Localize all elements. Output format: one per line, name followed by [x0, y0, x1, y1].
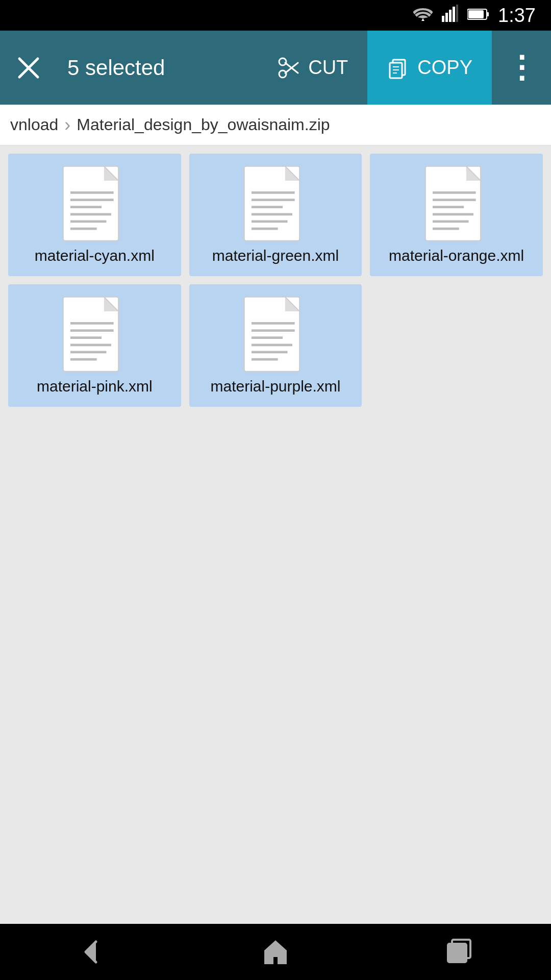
home-button[interactable] — [240, 928, 311, 975]
file-item[interactable]: material-green.xml — [189, 154, 362, 276]
file-item[interactable]: material-pink.xml — [8, 284, 181, 407]
breadcrumb-parent[interactable]: vnload — [10, 115, 58, 134]
file-name: material-orange.xml — [389, 246, 524, 265]
svg-rect-0 — [442, 16, 444, 22]
svg-rect-2 — [449, 10, 452, 22]
back-button[interactable] — [56, 928, 128, 975]
more-options-button[interactable]: ⋮ — [492, 31, 551, 105]
svg-point-11 — [279, 58, 286, 65]
more-options-icon: ⋮ — [506, 53, 537, 83]
file-icon — [237, 295, 314, 376]
wifi-icon — [413, 5, 433, 26]
svg-rect-6 — [487, 12, 489, 16]
file-icon — [56, 164, 133, 246]
svg-rect-1 — [445, 13, 448, 22]
svg-rect-4 — [456, 5, 458, 22]
copy-label: COPY — [417, 57, 472, 79]
svg-rect-64 — [448, 944, 466, 962]
status-icons: 1:37 — [413, 5, 536, 27]
copy-button[interactable]: COPY — [367, 31, 492, 105]
file-icon — [237, 164, 314, 246]
svg-point-10 — [279, 70, 286, 78]
file-name: material-green.xml — [212, 246, 339, 265]
battery-icon — [467, 6, 489, 25]
status-bar: 1:37 — [0, 0, 551, 31]
breadcrumb-separator: › — [64, 114, 70, 136]
file-icon — [56, 295, 133, 376]
cut-label: CUT — [308, 57, 348, 79]
file-icon — [418, 164, 495, 246]
breadcrumb-current[interactable]: Material_design_by_owaisnaim.zip — [77, 115, 330, 134]
svg-rect-3 — [453, 7, 455, 22]
file-name: material-cyan.xml — [35, 246, 155, 265]
file-item[interactable]: material-orange.xml — [370, 154, 543, 276]
selected-count: 5 selected — [57, 31, 258, 105]
file-name: material-purple.xml — [210, 376, 340, 396]
cut-button[interactable]: CUT — [258, 31, 367, 105]
status-time: 1:37 — [498, 5, 536, 27]
file-name: material-pink.xml — [37, 376, 153, 396]
svg-rect-7 — [468, 10, 484, 18]
recents-button[interactable] — [423, 928, 495, 975]
signal-icon — [442, 5, 458, 26]
file-item[interactable]: material-cyan.xml — [8, 154, 181, 276]
breadcrumb: vnload › Material_design_by_owaisnaim.zi… — [0, 105, 551, 145]
bottom-nav — [0, 924, 551, 980]
file-item[interactable]: material-purple.xml — [189, 284, 362, 407]
close-button[interactable] — [0, 31, 57, 105]
file-grid: material-cyan.xml material-green.xml — [0, 145, 551, 924]
action-bar: 5 selected CUT COPY ⋮ — [0, 31, 551, 105]
